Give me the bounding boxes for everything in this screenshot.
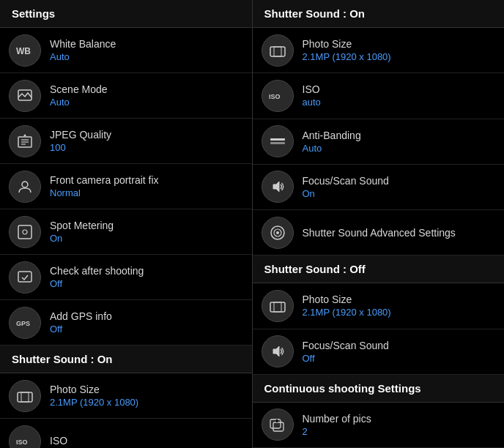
front-camera-value: Normal (50, 187, 159, 198)
photo-size-on-icon (9, 380, 41, 412)
white-balance-item[interactable]: WB White Balance Auto (0, 28, 252, 73)
add-gps-value: Off (50, 324, 112, 335)
svg-rect-12 (18, 392, 32, 402)
anti-banding-label: Anti-Banding (303, 130, 361, 141)
focus-sound-on-icon (262, 171, 294, 203)
anti-banding-item[interactable]: Anti-Banding Auto (253, 119, 505, 165)
anti-banding-icon (262, 125, 294, 157)
photo-size-r-value: 2.1MP (1920 x 1080) (303, 51, 391, 62)
shutter-adv-item[interactable]: Shutter Sound Advanced Settings (253, 210, 505, 255)
focus-sound-off-label: Focus/Scan Sound (303, 340, 389, 351)
svg-point-23 (276, 231, 279, 234)
svg-rect-15 (270, 47, 285, 56)
spot-metering-item[interactable]: Spot Metering On (0, 209, 252, 255)
check-after-item[interactable]: Check after shooting Off (0, 255, 252, 300)
photo-size-r-item[interactable]: Photo Size 2.1MP (1920 x 1080) (253, 28, 505, 73)
jpeg-quality-value: 100 (50, 142, 111, 153)
jpeg-quality-item[interactable]: JPEG Quality 100 (0, 119, 252, 164)
svg-rect-13 (21, 392, 29, 402)
photo-size-off-value: 2.1MP (1920 x 1080) (303, 307, 391, 318)
front-camera-item[interactable]: Front camera portrait fix Normal (0, 164, 252, 209)
iso-r-item[interactable]: ISO ISO auto (253, 73, 505, 119)
shutter-off-header: Shutter Sound : Off (253, 255, 505, 283)
focus-sound-on-value: On (303, 188, 389, 199)
continuous-header: Continuous shooting Settings (253, 375, 505, 403)
white-balance-icon: WB (9, 34, 41, 67)
svg-rect-19 (270, 142, 285, 144)
front-camera-label: Front camera portrait fix (50, 174, 159, 186)
svg-point-7 (22, 182, 28, 187)
svg-rect-28 (273, 422, 284, 431)
photo-size-off-icon (262, 290, 294, 322)
white-balance-label: White Balance (50, 38, 116, 50)
iso-on-label: ISO (50, 435, 67, 447)
scene-mode-item[interactable]: Scene Mode Auto (0, 73, 252, 119)
shutter-on-header-right: Shutter Sound : On (253, 0, 505, 28)
svg-text:GPS: GPS (16, 320, 30, 327)
photo-size-on-item[interactable]: Photo Size 2.1MP (1920 x 1080) (0, 373, 252, 419)
focus-sound-on-item[interactable]: Focus/Scan Sound On (253, 165, 505, 210)
photo-size-r-label: Photo Size (303, 38, 391, 50)
white-balance-value: Auto (50, 51, 116, 62)
iso-r-value: auto (303, 97, 321, 108)
svg-marker-6 (23, 134, 26, 136)
shutter-adv-icon (262, 217, 294, 249)
photo-size-on-label: Photo Size (50, 384, 138, 395)
focus-sound-off-item[interactable]: Focus/Scan Sound Off (253, 329, 505, 375)
add-gps-icon: GPS (9, 307, 41, 339)
spot-metering-value: On (50, 233, 114, 244)
num-pics-label: Number of pics (303, 413, 371, 425)
shutter-on-header-left: Shutter Sound : On (0, 346, 252, 373)
photo-size-off-label: Photo Size (303, 294, 391, 305)
photo-size-off-item[interactable]: Photo Size 2.1MP (1920 x 1080) (253, 283, 505, 329)
spot-metering-label: Spot Metering (50, 220, 114, 231)
spot-metering-icon (9, 216, 41, 248)
left-column: Settings WB White Balance Auto Scene Mod… (0, 0, 252, 448)
scene-mode-label: Scene Mode (50, 83, 108, 95)
check-after-label: Check after shooting (50, 265, 144, 277)
scene-mode-icon (9, 80, 41, 112)
scene-mode-value: Auto (50, 97, 108, 108)
num-pics-item[interactable]: Number of pics 2 (253, 403, 505, 448)
check-after-value: Off (50, 278, 144, 289)
svg-marker-26 (273, 346, 279, 356)
iso-on-icon: ISO (9, 425, 41, 449)
svg-rect-25 (274, 302, 281, 312)
add-gps-item[interactable]: GPS Add GPS info Off (0, 300, 252, 346)
iso-on-item[interactable]: ISO ISO (0, 419, 252, 448)
svg-text:ISO: ISO (16, 438, 28, 446)
iso-r-icon: ISO (262, 80, 294, 112)
settings-header: Settings (0, 0, 252, 28)
photo-size-r-icon (262, 34, 294, 67)
svg-rect-29 (276, 419, 278, 422)
add-gps-label: Add GPS info (50, 310, 112, 322)
photo-size-on-value: 2.1MP (1920 x 1080) (50, 397, 138, 408)
svg-point-9 (23, 230, 27, 234)
svg-rect-10 (18, 272, 32, 282)
iso-r-label: ISO (303, 83, 321, 95)
svg-rect-8 (18, 225, 32, 239)
jpeg-quality-icon (9, 125, 41, 157)
svg-rect-24 (270, 302, 285, 312)
shutter-adv-label: Shutter Sound Advanced Settings (303, 227, 456, 239)
right-column: Shutter Sound : On Photo Size 2.1MP (192… (253, 0, 505, 448)
svg-rect-16 (274, 47, 281, 56)
svg-rect-27 (270, 419, 281, 428)
check-after-icon (9, 261, 41, 294)
svg-text:WB: WB (16, 46, 31, 56)
num-pics-value: 2 (303, 426, 371, 437)
focus-sound-off-value: Off (303, 353, 389, 364)
front-camera-icon (9, 171, 41, 203)
jpeg-quality-label: JPEG Quality (50, 129, 111, 141)
anti-banding-value: Auto (303, 143, 361, 154)
svg-marker-20 (273, 182, 279, 192)
svg-rect-18 (270, 138, 285, 141)
num-pics-icon (262, 408, 294, 441)
focus-sound-on-label: Focus/Scan Sound (303, 175, 389, 187)
svg-text:ISO: ISO (269, 93, 281, 100)
focus-sound-off-icon (262, 335, 294, 367)
